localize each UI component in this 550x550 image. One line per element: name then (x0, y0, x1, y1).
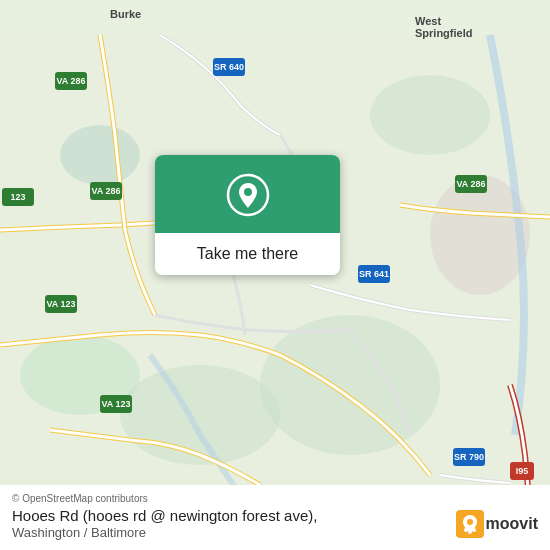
svg-point-6 (60, 125, 140, 185)
badge-va123-bottom: VA 123 (100, 395, 132, 413)
take-me-there-button[interactable]: Take me there (155, 233, 340, 275)
badge-sr641: SR 641 (358, 265, 390, 283)
copyright-text: © OpenStreetMap contributors (12, 493, 538, 504)
moovit-icon (456, 510, 484, 538)
place-burke: Burke (110, 8, 141, 20)
badge-va286-right: VA 286 (455, 175, 487, 193)
badge-sr790: SR 790 (453, 448, 485, 466)
popup-green-area (155, 155, 340, 233)
place-west-springfield: WestSpringfield (415, 15, 472, 39)
badge-va123-left: 123 (2, 188, 34, 206)
svg-point-2 (120, 365, 280, 465)
badge-va123-mid: VA 123 (45, 295, 77, 313)
badge-va286-top: VA 286 (55, 72, 87, 90)
badge-i95: I95 (510, 462, 534, 480)
svg-point-11 (464, 528, 468, 532)
svg-point-12 (468, 530, 472, 534)
svg-point-13 (472, 528, 476, 532)
info-bar: © OpenStreetMap contributors Hooes Rd (h… (0, 485, 550, 551)
svg-point-8 (244, 188, 252, 196)
moovit-text: moovit (486, 515, 538, 533)
moovit-logo: moovit (456, 510, 538, 538)
location-pin-icon (226, 173, 270, 217)
svg-point-5 (260, 315, 440, 455)
map-container: VA 286 VA 286 VA 286 123 VA 123 VA 123 S… (0, 0, 550, 550)
svg-point-10 (467, 519, 473, 525)
badge-sr640: SR 640 (213, 58, 245, 76)
svg-point-3 (370, 75, 490, 155)
popup-card: Take me there (155, 155, 340, 275)
badge-va286-mid: VA 286 (90, 182, 122, 200)
